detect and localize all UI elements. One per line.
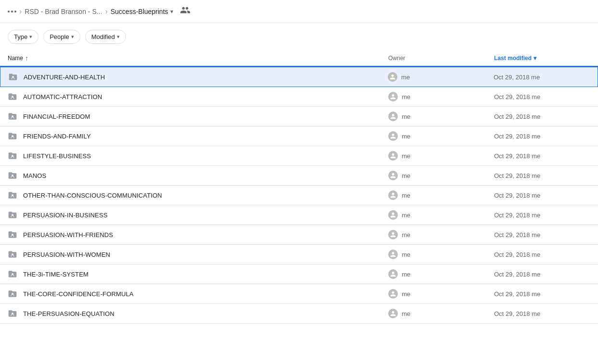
filter-people[interactable]: People ▾ [43,30,80,44]
row-label: AUTOMATIC-ATTRACTION [23,93,102,100]
avatar [388,112,398,121]
type-chevron-icon: ▾ [29,34,32,40]
table-row[interactable]: FINANCIAL-FREEDOM me Oct 29, 2018 me [0,107,598,126]
row-name: FINANCIAL-FREEDOM [8,112,388,121]
shared-folder-icon [8,289,17,299]
table-row[interactable]: PERSUASION-WITH-FRIENDS me Oct 29, 2018 … [0,225,598,245]
row-label: PERSUASION-IN-BUSINESS [23,212,108,219]
row-name: PERSUASION-WITH-WOMEN [8,250,388,259]
row-name: THE-PERSUASION-EQUATION [8,309,388,318]
row-name: LIFESTYLE-BUSINESS [8,151,388,161]
shared-folder-icon [8,151,17,161]
avatar [388,92,398,101]
table-row[interactable]: MANOS me Oct 29, 2018 me [0,166,598,186]
avatar [388,269,398,279]
row-owner: me [388,112,494,121]
file-list: ADVENTURE-AND-HEALTH me Oct 29, 2018 me … [0,67,598,324]
avatar [388,131,398,141]
row-owner: me [388,190,494,200]
shared-folder-icon [8,171,17,180]
avatar [388,250,398,259]
col-modified-header[interactable]: Last modified ▾ [494,55,590,62]
chevron-down-icon: ▾ [170,8,173,15]
row-label: PERSUASION-WITH-WOMEN [23,251,110,258]
shared-folder-icon [8,269,17,279]
breadcrumb-parent[interactable]: RSD - Brad Branson - S... [25,8,102,15]
owner-label: me [402,290,410,298]
row-owner: me [388,250,494,259]
shared-folder-icon [8,210,17,220]
row-label: THE-PERSUASION-EQUATION [23,310,115,317]
shared-folder-icon [8,250,17,259]
table-row[interactable]: THE-PERSUASION-EQUATION me Oct 29, 2018 … [0,304,598,324]
owner-label: me [402,251,410,258]
owner-label: me [402,172,410,179]
shared-folder-icon [8,190,17,200]
owner-label: me [402,93,410,100]
row-owner: me [388,72,494,82]
owner-label: me [402,133,410,140]
filter-modified[interactable]: Modified ▾ [85,30,126,44]
row-modified: Oct 29, 2018 me [494,271,590,278]
shared-folder-icon [8,131,17,141]
avatar [388,210,398,220]
row-owner: me [388,210,494,220]
owner-label: me [402,192,410,199]
avatar [388,309,398,318]
table-row[interactable]: THE-3i-TIME-SYSTEM me Oct 29, 2018 me [0,264,598,284]
shared-folder-icon [8,112,17,121]
row-modified: Oct 29, 2018 me [494,192,590,199]
avatar [388,289,398,299]
row-modified: Oct 29, 2018 me [494,231,590,238]
row-label: MANOS [23,172,46,179]
owner-label: me [402,212,410,219]
row-name: PERSUASION-IN-BUSINESS [8,210,388,220]
row-modified: Oct 29, 2018 me [494,74,590,81]
row-modified: Oct 29, 2018 me [494,133,590,140]
row-modified: Oct 29, 2018 me [494,212,590,219]
row-name: THE-CORE-CONFIDENCE-FORMULA [8,289,388,299]
breadcrumb-bar: › RSD - Brad Branson - S... › Success-Bl… [0,0,598,23]
row-owner: me [388,309,494,318]
table-row[interactable]: THE-CORE-CONFIDENCE-FORMULA me Oct 29, 2… [0,284,598,304]
filter-bar: Type ▾ People ▾ Modified ▾ [0,23,598,50]
table-row[interactable]: FRIENDS-AND-FAMILY me Oct 29, 2018 me [0,126,598,146]
row-name: FRIENDS-AND-FAMILY [8,131,388,141]
row-modified: Oct 29, 2018 me [494,152,590,160]
row-modified: Oct 29, 2018 me [494,93,590,100]
row-label: FINANCIAL-FREEDOM [23,113,90,120]
row-owner: me [388,230,494,239]
filter-type[interactable]: Type ▾ [8,30,38,44]
shared-folder-icon [8,72,18,82]
avatar [388,190,398,200]
table-row[interactable]: OTHER-THAN-CONSCIOUS-COMMUNICATION me Oc… [0,186,598,205]
row-name: ADVENTURE-AND-HEALTH [8,72,388,82]
col-name-header[interactable]: Name ↑ [8,54,388,62]
row-owner: me [388,289,494,299]
avatar [388,72,397,82]
table-row[interactable]: ADVENTURE-AND-HEALTH me Oct 29, 2018 me [0,67,598,87]
row-label: PERSUASION-WITH-FRIENDS [23,231,113,238]
table-row[interactable]: AUTOMATIC-ATTRACTION me Oct 29, 2018 me [0,87,598,107]
row-label: FRIENDS-AND-FAMILY [23,133,91,140]
row-owner: me [388,171,494,180]
breadcrumb-current[interactable]: Success-Blueprints ▾ [111,8,173,15]
table-row[interactable]: PERSUASION-WITH-WOMEN me Oct 29, 2018 me [0,245,598,264]
row-label: OTHER-THAN-CONSCIOUS-COMMUNICATION [23,192,162,199]
row-owner: me [388,131,494,141]
row-name: THE-3i-TIME-SYSTEM [8,269,388,279]
row-name: OTHER-THAN-CONSCIOUS-COMMUNICATION [8,190,388,200]
shared-folder-icon [8,230,17,239]
table-row[interactable]: PERSUASION-IN-BUSINESS me Oct 29, 2018 m… [0,205,598,225]
people-chevron-icon: ▾ [71,34,74,40]
breadcrumb-dots[interactable] [8,11,16,13]
shared-folder-icon [8,309,17,318]
owner-label: me [402,310,410,317]
row-modified: Oct 29, 2018 me [494,310,590,317]
table-row[interactable]: LIFESTYLE-BUSINESS me Oct 29, 2018 me [0,146,598,166]
people-share-icon[interactable] [180,5,191,18]
row-name: PERSUASION-WITH-FRIENDS [8,230,388,239]
owner-label: me [402,231,410,238]
shared-folder-icon [8,92,17,101]
avatar [388,171,398,180]
